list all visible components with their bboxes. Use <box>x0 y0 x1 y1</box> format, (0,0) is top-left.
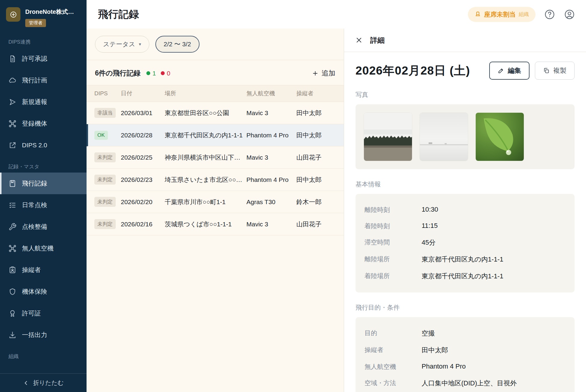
sidebar-item-daily-inspection[interactable]: 日常点検 <box>0 194 87 216</box>
org-logo[interactable] <box>6 7 20 22</box>
detail-row-label: 目的 <box>365 329 422 337</box>
close-detail-button[interactable] <box>355 36 363 44</box>
book-icon <box>8 179 17 188</box>
row-place: 東京都千代田区丸の内1-1-1 <box>165 131 246 139</box>
table-row[interactable]: 未判定 2026/02/23 埼玉県さいたま市北区○○… Phantom 4 P… <box>87 169 344 191</box>
top-header: 飛行記録 座席未割当 組織 <box>87 0 586 29</box>
table-row[interactable]: 未判定 2026/02/25 神奈川県横浜市中区山下町… Mavic 3 山田花… <box>87 146 344 169</box>
sidebar-item-label: 許可証 <box>22 309 41 317</box>
edit-button-label: 編集 <box>508 66 521 75</box>
flight-log-list: ステータス ▾ 2/2 〜 3/2 6件の飛行記録 1 0 追加 DIPS 日付 <box>87 29 344 392</box>
duplicate-button[interactable]: 複製 <box>535 62 575 80</box>
row-aircraft: Phantom 4 Pro <box>246 132 296 139</box>
sidebar-item-flight-log[interactable]: 飛行記録 <box>0 173 87 194</box>
help-icon <box>544 9 555 20</box>
sidebar-item-label: 新規通報 <box>22 98 47 106</box>
sidebar-item-new-report[interactable]: 新規通報 <box>0 91 87 113</box>
sidebar-item-uav[interactable]: 無人航空機 <box>0 237 87 259</box>
sidebar-item-label: 飛行記録 <box>22 179 47 188</box>
page-title: 飛行記録 <box>98 8 139 21</box>
edit-button[interactable]: 編集 <box>489 62 530 80</box>
status-filter-label: ステータス <box>103 40 135 48</box>
sidebar-item-pilots[interactable]: 操縦者 <box>0 259 87 281</box>
wrench-icon <box>8 223 17 231</box>
photo-thumbnail-leaf[interactable] <box>476 113 524 161</box>
photo-thumbnail-forest[interactable] <box>364 113 412 161</box>
purpose-section-label: 飛行目的・条件 <box>356 303 575 312</box>
collapse-sidebar-button[interactable]: 折りたたむ <box>0 373 87 392</box>
sidebar-item-registered-aircraft[interactable]: 登録機体 <box>0 113 87 134</box>
shield-icon <box>8 288 17 296</box>
sidebar-item-label: 飛行計画 <box>22 76 47 84</box>
add-record-button[interactable]: 追加 <box>312 69 335 78</box>
sidebar-item-label: 点検整備 <box>22 222 47 231</box>
org-name: DroneNote株式… <box>25 7 74 16</box>
table-row-selected[interactable]: OK 2026/02/28 東京都千代田区丸の内1-1-1 Phantom 4 … <box>87 124 344 146</box>
detail-row-value: 東京都千代田区丸の内1-1-1 <box>422 255 503 264</box>
main-area: 飛行記録 座席未割当 組織 ステータス ▾ 2/2 〜 3/2 <box>87 0 586 392</box>
sidebar-section-organization: 組織 <box>0 346 87 362</box>
cloud-icon <box>8 76 17 84</box>
document-icon <box>8 55 17 63</box>
row-place: 神奈川県横浜市中区山下町… <box>165 153 246 162</box>
record-count-label: 6件の飛行記録 <box>95 69 140 78</box>
photo-thumbnail-fog[interactable] <box>420 113 468 161</box>
profile-button[interactable] <box>564 9 575 20</box>
forest-landscape-photo <box>364 113 412 161</box>
row-place: 茨城県つくば市○○1-1-1 <box>165 220 246 228</box>
column-header-aircraft: 無人航空機 <box>246 90 296 97</box>
row-place: 埼玉県さいたま市北区○○… <box>165 176 246 184</box>
detail-row-value: 11:15 <box>422 222 438 230</box>
dips-status-badge: 未判定 <box>94 197 116 207</box>
sidebar-item-flight-plan[interactable]: 飛行計画 <box>0 69 87 91</box>
sidebar-item-permit-certificate[interactable]: 許可証 <box>0 302 87 324</box>
chevron-left-icon <box>23 380 29 386</box>
seat-badge-suffix: 組織 <box>519 11 529 18</box>
detail-row-label: 操縦者 <box>365 346 422 354</box>
help-button[interactable] <box>544 9 555 20</box>
org-header: DroneNote株式… 管理者 <box>0 0 87 31</box>
sidebar-item-label: 日常点検 <box>22 201 47 209</box>
content-area: ステータス ▾ 2/2 〜 3/2 6件の飛行記録 1 0 追加 DIPS 日付 <box>87 29 586 392</box>
table-row[interactable]: 未判定 2026/02/20 千葉県市川市○○町1-1 Agras T30 鈴木… <box>87 191 344 213</box>
row-date: 2026/02/25 <box>121 154 165 161</box>
seat-unassigned-badge[interactable]: 座席未割当 組織 <box>468 7 536 22</box>
user-icon <box>564 9 575 20</box>
row-pilot: 山田花子 <box>296 153 344 162</box>
table-row[interactable]: 非該当 2026/03/01 東京都世田谷区○○公園 Mavic 3 田中太郎 <box>87 102 344 124</box>
detail-row-label: 着陸場所 <box>365 272 422 280</box>
close-icon <box>355 36 363 44</box>
certificate-icon <box>8 309 17 317</box>
detail-title-row: 2026年02月28日 (土) 編集 複製 <box>356 62 575 80</box>
sidebar-item-label: 機体保険 <box>22 287 47 296</box>
detail-row-label: 離陸場所 <box>365 255 422 263</box>
chevron-down-icon: ▾ <box>139 41 141 47</box>
sidebar-item-bulk-export[interactable]: 一括出力 <box>0 324 87 346</box>
column-header-pilot: 操縦者 <box>296 90 344 97</box>
table-row[interactable]: 未判定 2026/02/16 茨城県つくば市○○1-1-1 Mavic 3 山田… <box>87 213 344 235</box>
photos-section-label: 写真 <box>356 90 575 99</box>
detail-panel: 詳細 2026年02月28日 (土) 編集 複製 <box>344 29 586 392</box>
sidebar-item-maintenance[interactable]: 点検整備 <box>0 216 87 237</box>
detail-row-label: 離陸時刻 <box>365 206 422 214</box>
copy-icon <box>543 67 550 74</box>
row-date: 2026/02/28 <box>121 132 165 139</box>
date-range-filter[interactable]: 2/2 〜 3/2 <box>155 36 200 53</box>
summary-bar: 6件の飛行記録 1 0 追加 <box>87 60 344 85</box>
leaf-droplet-photo <box>476 113 524 161</box>
sidebar-item-permit-approval[interactable]: 許可承認 <box>0 48 87 69</box>
dips-status-badge: 未判定 <box>94 175 116 185</box>
filter-bar: ステータス ▾ 2/2 〜 3/2 <box>87 29 344 60</box>
sidebar-item-insurance[interactable]: 機体保険 <box>0 281 87 302</box>
detail-row-value: 空撮 <box>422 329 435 338</box>
sidebar-item-label: DIPS 2.0 <box>22 142 47 149</box>
sidebar-item-dips-20[interactable]: DIPS 2.0 <box>0 134 87 156</box>
sidebar-item-label: 許可承認 <box>22 54 47 63</box>
status-filter-dropdown[interactable]: ステータス ▾ <box>95 36 149 53</box>
row-date: 2026/03/01 <box>121 109 165 117</box>
role-badge: 管理者 <box>25 19 46 27</box>
logo-coin-icon <box>9 11 17 19</box>
detail-row-value: 東京都千代田区丸の内1-1-1 <box>422 272 503 281</box>
org-info: DroneNote株式… 管理者 <box>25 7 74 27</box>
detail-row-takeoff-time: 離陸時刻 10:30 <box>365 202 566 218</box>
